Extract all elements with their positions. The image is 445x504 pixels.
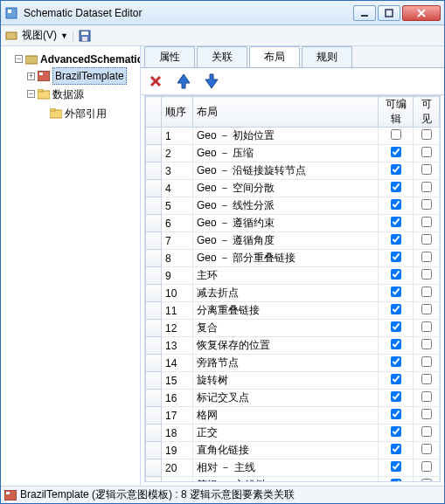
table-row[interactable]: 7Geo － 遵循角度 bbox=[146, 232, 440, 250]
cell-editable[interactable] bbox=[379, 302, 414, 320]
table-row[interactable]: 4Geo － 空间分散 bbox=[146, 180, 440, 197]
tab-rules[interactable]: 规则 bbox=[302, 46, 352, 67]
cell-editable[interactable] bbox=[379, 337, 414, 355]
cell-visible[interactable] bbox=[414, 285, 440, 302]
cell-editable[interactable] bbox=[379, 215, 414, 232]
minimize-button[interactable] bbox=[353, 5, 376, 21]
tree-panel: − AdvancedSchematic + BrazilTemplate bbox=[1, 46, 141, 486]
table-row[interactable]: 17格网 bbox=[146, 407, 440, 425]
svg-rect-12 bbox=[39, 72, 43, 75]
cell-visible[interactable] bbox=[414, 459, 440, 477]
table-row[interactable]: 21等级 － 主线树 bbox=[146, 477, 440, 483]
col-layout[interactable]: 布局 bbox=[193, 97, 379, 128]
cell-visible[interactable] bbox=[414, 215, 440, 232]
tree-item-datasource[interactable]: 数据源 bbox=[52, 86, 84, 102]
move-down-button[interactable] bbox=[202, 72, 221, 91]
tab-relations[interactable]: 关联 bbox=[197, 46, 247, 67]
cell-visible[interactable] bbox=[414, 407, 440, 425]
cell-order: 21 bbox=[162, 477, 193, 483]
table-row[interactable]: 3Geo － 沿链接旋转节点 bbox=[146, 162, 440, 180]
cell-visible[interactable] bbox=[414, 390, 440, 407]
table-row[interactable]: 16标记交叉点 bbox=[146, 390, 440, 407]
menu-view[interactable]: 视图(V) bbox=[22, 28, 57, 43]
cell-visible[interactable] bbox=[414, 232, 440, 250]
expand-icon[interactable]: − bbox=[27, 90, 35, 98]
cell-visible[interactable] bbox=[414, 302, 440, 320]
table-row[interactable]: 2Geo － 压缩 bbox=[146, 145, 440, 162]
row-header bbox=[146, 425, 162, 442]
cell-visible[interactable] bbox=[414, 442, 440, 459]
table-row[interactable]: 11分离重叠链接 bbox=[146, 302, 440, 320]
cell-editable[interactable] bbox=[379, 390, 414, 407]
cell-visible[interactable] bbox=[414, 128, 440, 145]
cell-visible[interactable] bbox=[414, 267, 440, 285]
table-row[interactable]: 15旋转树 bbox=[146, 372, 440, 390]
cell-visible[interactable] bbox=[414, 197, 440, 215]
cell-visible[interactable] bbox=[414, 477, 440, 483]
row-header bbox=[146, 197, 162, 215]
row-header bbox=[146, 162, 162, 180]
cell-editable[interactable] bbox=[379, 197, 414, 215]
table-row[interactable]: 20相对 － 主线 bbox=[146, 459, 440, 477]
col-visible[interactable]: 可见 bbox=[414, 97, 440, 128]
save-icon[interactable] bbox=[78, 29, 92, 43]
cell-visible[interactable] bbox=[414, 250, 440, 267]
cell-visible[interactable] bbox=[414, 425, 440, 442]
cell-editable[interactable] bbox=[379, 442, 414, 459]
cell-editable[interactable] bbox=[379, 180, 414, 197]
tab-properties[interactable]: 属性 bbox=[144, 46, 195, 67]
cell-editable[interactable] bbox=[379, 285, 414, 302]
table-row[interactable]: 12复合 bbox=[146, 320, 440, 337]
table-row[interactable]: 13恢复保存的位置 bbox=[146, 337, 440, 355]
cell-editable[interactable] bbox=[379, 372, 414, 390]
tree-item-template[interactable]: BrazilTemplate bbox=[52, 67, 127, 85]
table-row[interactable]: 1Geo － 初始位置 bbox=[146, 128, 440, 145]
tab-layout[interactable]: 布局 bbox=[249, 46, 300, 67]
dataset-icon bbox=[4, 29, 18, 43]
tree-item-external[interactable]: 外部引用 bbox=[65, 106, 107, 121]
table-row[interactable]: 19直角化链接 bbox=[146, 442, 440, 459]
table-row[interactable]: 9主环 bbox=[146, 267, 440, 285]
cell-editable[interactable] bbox=[379, 407, 414, 425]
cell-visible[interactable] bbox=[414, 337, 440, 355]
cell-editable[interactable] bbox=[379, 232, 414, 250]
status-icon bbox=[4, 490, 17, 501]
cell-editable[interactable] bbox=[379, 250, 414, 267]
menu-dropdown-icon[interactable]: ▼ bbox=[60, 31, 68, 40]
tree-root[interactable]: AdvancedSchematic bbox=[40, 52, 141, 67]
close-button[interactable] bbox=[402, 5, 441, 21]
table-row[interactable]: 10减去折点 bbox=[146, 285, 440, 302]
table-row[interactable]: 5Geo － 线性分派 bbox=[146, 197, 440, 215]
expand-icon[interactable]: + bbox=[27, 72, 35, 80]
cell-layout: Geo － 遵循角度 bbox=[193, 232, 379, 250]
cell-editable[interactable] bbox=[379, 267, 414, 285]
delete-button[interactable] bbox=[146, 72, 165, 91]
cell-editable[interactable] bbox=[379, 145, 414, 162]
cell-visible[interactable] bbox=[414, 355, 440, 372]
table-row[interactable]: 8Geo － 部分重叠链接 bbox=[146, 250, 440, 267]
cell-visible[interactable] bbox=[414, 320, 440, 337]
maximize-button[interactable] bbox=[378, 5, 400, 21]
cell-editable[interactable] bbox=[379, 425, 414, 442]
titlebar: Schematic Dataset Editor bbox=[1, 1, 444, 25]
cell-editable[interactable] bbox=[379, 459, 414, 477]
col-editable[interactable]: 可编辑 bbox=[379, 97, 414, 128]
cell-editable[interactable] bbox=[379, 162, 414, 180]
cell-editable[interactable] bbox=[379, 477, 414, 483]
table-row[interactable]: 6Geo － 遵循约束 bbox=[146, 215, 440, 232]
expand-icon[interactable]: − bbox=[15, 55, 23, 63]
cell-order: 4 bbox=[162, 180, 193, 197]
status-text: BrazilTemplate (逻辑示意图模板) : 8 逻辑示意图要素类关联 bbox=[20, 487, 295, 502]
cell-editable[interactable] bbox=[379, 320, 414, 337]
table-row[interactable]: 14旁路节点 bbox=[146, 355, 440, 372]
cell-visible[interactable] bbox=[414, 372, 440, 390]
cell-visible[interactable] bbox=[414, 162, 440, 180]
cell-layout: Geo － 沿链接旋转节点 bbox=[193, 162, 379, 180]
cell-visible[interactable] bbox=[414, 180, 440, 197]
move-up-button[interactable] bbox=[174, 72, 193, 91]
cell-editable[interactable] bbox=[379, 128, 414, 145]
table-row[interactable]: 18正交 bbox=[146, 425, 440, 442]
cell-editable[interactable] bbox=[379, 355, 414, 372]
col-order[interactable]: 顺序 bbox=[162, 97, 193, 128]
cell-visible[interactable] bbox=[414, 145, 440, 162]
